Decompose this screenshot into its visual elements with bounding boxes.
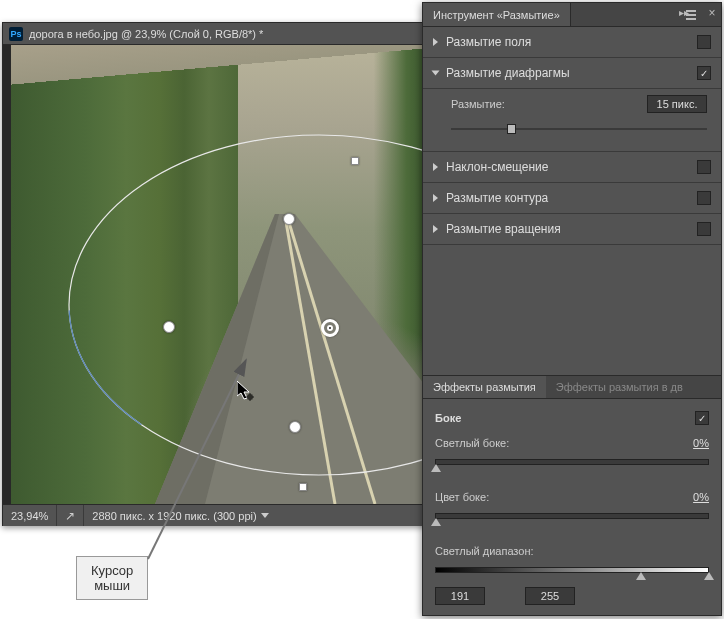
iris-blur-checkbox[interactable]: ✓	[697, 66, 711, 80]
focus-pin-2[interactable]	[163, 321, 175, 333]
bokeh-checkbox[interactable]: ✓	[695, 411, 709, 425]
blur-amount-field[interactable]: 15 пикс.	[647, 95, 707, 113]
section-tilt-shift[interactable]: Наклон-смещение	[423, 152, 721, 183]
ellipse-handle-top[interactable]	[351, 157, 359, 165]
light-bokeh-slider[interactable]	[435, 455, 709, 469]
chevron-right-icon	[433, 163, 438, 171]
section-spin-blur[interactable]: Размытие вращения	[423, 214, 721, 245]
light-range-slider[interactable]	[435, 563, 709, 577]
zoom-readout[interactable]: 23,94%	[3, 505, 57, 526]
section-label: Размытие поля	[446, 35, 531, 49]
document-window: Ps дорога в небо.jpg @ 23,9% (Слой 0, RG…	[2, 22, 432, 526]
panel-menu-icon[interactable]	[681, 3, 701, 27]
section-field-blur[interactable]: Размытие поля	[423, 27, 721, 58]
blur-tools-panel: Инструмент «Размытие» ▸▸ × Размытие поля…	[422, 2, 722, 616]
spin-blur-checkbox[interactable]	[697, 222, 711, 236]
focus-pin-3[interactable]	[289, 421, 301, 433]
ellipse-handle-bottom[interactable]	[299, 483, 307, 491]
bokeh-label: Боке	[435, 412, 461, 424]
document-title: дорога в небо.jpg @ 23,9% (Слой 0, RGB/8…	[29, 28, 263, 40]
share-icon: ↗	[65, 509, 75, 523]
share-button[interactable]: ↗	[57, 505, 84, 526]
image-preview	[11, 45, 423, 504]
section-label: Размытие диафрагмы	[446, 66, 570, 80]
callout-text-2: мыши	[91, 578, 133, 593]
iris-blur-body: Размытие: 15 пикс.	[423, 89, 721, 152]
section-path-blur[interactable]: Размытие контура	[423, 183, 721, 214]
panel-tabbar: Инструмент «Размытие» ▸▸ ×	[423, 3, 721, 27]
section-label: Размытие контура	[446, 191, 548, 205]
light-range-label: Светлый диапазон:	[435, 545, 534, 557]
blur-amount-label: Размытие:	[451, 98, 505, 110]
blur-center-pin[interactable]	[321, 319, 339, 337]
section-label: Наклон-смещение	[446, 160, 549, 174]
tilt-shift-checkbox[interactable]	[697, 160, 711, 174]
svg-marker-4	[237, 381, 249, 399]
photoshop-icon: Ps	[9, 27, 23, 41]
chevron-right-icon	[433, 38, 438, 46]
callout-annotation: Курсор мыши	[76, 556, 148, 600]
path-blur-checkbox[interactable]	[697, 191, 711, 205]
chevron-right-icon	[433, 225, 438, 233]
chevron-down-icon	[261, 513, 269, 518]
section-label: Размытие вращения	[446, 222, 561, 236]
doc-dimensions[interactable]: 2880 пикс. x 1920 пикс. (300 ppi)	[84, 505, 431, 526]
tab-blur-effects[interactable]: Эффекты размытия	[423, 376, 546, 398]
color-bokeh-slider[interactable]	[435, 509, 709, 523]
effects-body: Боке ✓ Светлый боке: 0% Цвет боке: 0% Св…	[423, 399, 721, 615]
cursor-icon	[237, 381, 255, 403]
color-bokeh-label: Цвет боке:	[435, 491, 489, 503]
blur-amount-slider[interactable]	[451, 121, 707, 137]
panel-close-icon[interactable]: ×	[705, 6, 719, 20]
focus-pin-1[interactable]	[283, 213, 295, 225]
light-bokeh-label: Светлый боке:	[435, 437, 509, 449]
light-range-low[interactable]: 191	[435, 587, 485, 605]
section-iris-blur[interactable]: Размытие диафрагмы ✓	[423, 58, 721, 89]
document-titlebar: Ps дорога в небо.jpg @ 23,9% (Слой 0, RG…	[3, 23, 431, 45]
light-range-high[interactable]: 255	[525, 587, 575, 605]
tab-motion-effects[interactable]: Эффекты размытия в дв	[546, 376, 693, 398]
document-statusbar: 23,94% ↗ 2880 пикс. x 1920 пикс. (300 pp…	[3, 504, 431, 526]
chevron-down-icon	[432, 71, 440, 76]
callout-text-1: Курсор	[91, 563, 133, 578]
field-blur-checkbox[interactable]	[697, 35, 711, 49]
color-bokeh-value[interactable]: 0%	[693, 491, 709, 503]
chevron-right-icon	[433, 194, 438, 202]
effects-tabbar: Эффекты размытия Эффекты размытия в дв	[423, 375, 721, 399]
light-bokeh-value[interactable]: 0%	[693, 437, 709, 449]
document-canvas[interactable]	[3, 45, 431, 504]
panel-tab-blur-tools[interactable]: Инструмент «Размытие»	[423, 3, 571, 26]
